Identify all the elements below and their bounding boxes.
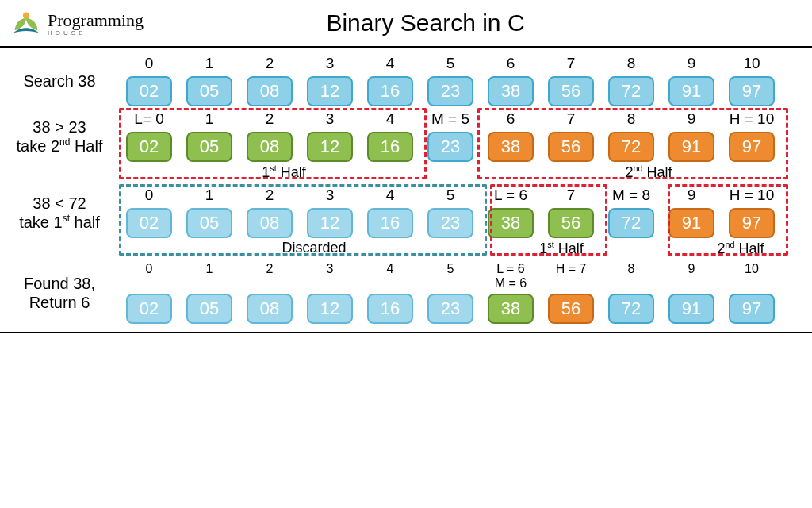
array-cell: 91 (668, 294, 714, 324)
array-column: 756 (546, 56, 596, 106)
array-column: 991 (666, 262, 717, 324)
array-cell: 05 (186, 132, 232, 162)
index-label: 7 (567, 111, 576, 130)
array-cell: 91 (668, 132, 714, 162)
row3-label: 38 < 72take 1st half (6, 194, 117, 232)
row4-label: Found 38,Return 6 (6, 274, 117, 312)
array-cell: 02 (126, 208, 172, 238)
array-column: 756 (546, 111, 596, 162)
index-label: L = 6 (494, 187, 527, 206)
index-label: L= 0 (134, 111, 164, 130)
array-cell: 56 (548, 132, 594, 162)
array-column: 105 (184, 56, 235, 106)
index-label: 3 (327, 262, 334, 292)
array-column: 872 (606, 111, 657, 162)
array-cell: 05 (186, 76, 232, 106)
header: Programming HOUSE Binary Search in C (0, 0, 812, 48)
array-column: L= 002 (124, 111, 174, 162)
array-cell: 02 (126, 76, 172, 106)
array-cell: 08 (247, 76, 293, 106)
row3-cells: 002105208312416523L = 638756M = 872991H … (124, 187, 806, 238)
array-cell: 91 (668, 76, 714, 106)
index-label: 6 (507, 56, 515, 75)
array-cell: 97 (729, 294, 775, 324)
index-label: 5 (446, 187, 455, 206)
index-label: 4 (386, 111, 395, 130)
index-label: 7 (567, 187, 576, 206)
array-cell: 56 (548, 294, 594, 324)
row2-second-half-label: 2nd Half (498, 164, 799, 181)
array-cell: 12 (307, 294, 353, 324)
index-label: 9 (688, 187, 696, 206)
index-label: 5 (446, 56, 455, 75)
array-column: 312 (304, 187, 355, 238)
array-column: 523 (425, 262, 476, 324)
array-column: 312 (304, 262, 355, 324)
index-label: L = 6 M = 6 (495, 262, 527, 292)
array-column: 312 (304, 56, 355, 106)
index-label: H = 10 (730, 111, 775, 130)
array-cell: 72 (608, 208, 654, 238)
array-column: 105 (184, 187, 235, 238)
array-cell: 16 (367, 294, 413, 324)
index-label: 3 (326, 187, 335, 206)
index-label: 1 (205, 187, 214, 206)
row-step2: 38 < 72take 1st half 002105208312416523L… (6, 187, 806, 238)
binary-search-diagram: Search 38 002105208312416523638756872991… (0, 48, 812, 333)
array-cell: 38 (488, 132, 534, 162)
array-cell: 08 (247, 208, 293, 238)
index-label: 0 (145, 56, 154, 75)
array-cell: 16 (367, 76, 413, 106)
array-cell: 72 (608, 76, 654, 106)
index-label: H = 7 (556, 262, 587, 292)
array-column: L = 6 M = 638 (485, 262, 536, 324)
svg-point-0 (23, 13, 29, 19)
index-label: 7 (567, 56, 576, 75)
array-cell: 97 (729, 76, 775, 106)
array-column: 416 (365, 262, 416, 324)
index-label: 6 (507, 111, 515, 130)
row1-label: Search 38 (6, 71, 117, 90)
array-column: 523 (425, 187, 476, 238)
row2-first-half-label: 1st Half (130, 164, 438, 181)
array-column: 105 (184, 262, 235, 324)
array-column: 638 (485, 111, 536, 162)
row3-captions: Discarded 1st Half 2nd Half (124, 240, 806, 257)
page-title: Binary Search in C (144, 10, 707, 37)
index-label: 4 (386, 187, 395, 206)
array-column: 872 (606, 56, 657, 106)
array-column: 872 (606, 262, 657, 324)
row3-discarded-label: Discarded (130, 240, 498, 257)
array-column: 208 (244, 56, 295, 106)
array-cell: 38 (488, 76, 534, 106)
index-label: 5 (447, 262, 454, 292)
array-cell: 12 (307, 208, 353, 238)
array-cell: 16 (367, 208, 413, 238)
array-column: 416 (365, 111, 416, 162)
index-label: 10 (743, 56, 760, 75)
index-label: 1 (206, 262, 213, 292)
array-column: 523 (425, 56, 476, 106)
index-label: 2 (266, 56, 274, 75)
array-cell: 38 (488, 294, 534, 324)
array-column: 105 (184, 111, 235, 162)
array-cell: 72 (608, 132, 654, 162)
array-column: 208 (244, 111, 295, 162)
array-column: H = 1097 (726, 111, 777, 162)
array-column: 991 (666, 56, 717, 106)
array-cell: 23 (427, 132, 473, 162)
array-cell: 97 (729, 132, 775, 162)
array-column: H = 756 (546, 262, 596, 324)
array-column: 208 (244, 262, 295, 324)
row3-second-half-label: 2nd Half (680, 240, 801, 257)
index-label: 1 (205, 56, 214, 75)
array-cell: 38 (488, 208, 534, 238)
array-column: 208 (244, 187, 295, 238)
array-column: 002 (124, 56, 174, 106)
array-column: 991 (666, 111, 717, 162)
array-cell: 08 (247, 294, 293, 324)
array-column: M = 872 (606, 187, 657, 238)
index-label: 10 (745, 262, 759, 292)
array-column: 002 (124, 187, 174, 238)
index-label: 8 (627, 111, 636, 130)
